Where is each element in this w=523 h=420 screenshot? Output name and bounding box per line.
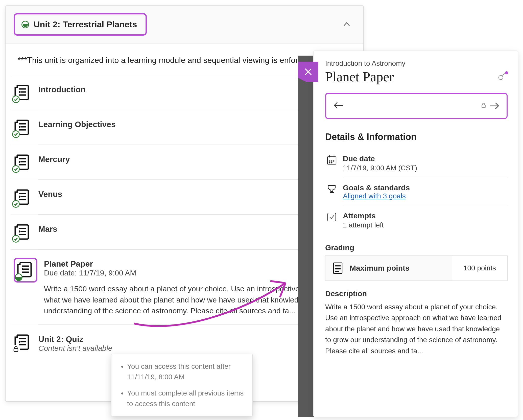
- attempts-label: Attempts: [343, 212, 384, 220]
- lock-icon: [481, 103, 486, 109]
- course-name: Introduction to Astronomy: [325, 59, 508, 67]
- unit-header[interactable]: Unit 2: Terrestrial Planets: [6, 6, 363, 43]
- document-icon: [14, 153, 32, 171]
- annotation-arrow-icon: [131, 275, 296, 331]
- checkbox-icon: [326, 212, 337, 223]
- attempts-value: 1 attempt left: [343, 221, 384, 229]
- due-date-row: Due date 11/7/19, 9:00 AM (CST): [326, 149, 508, 178]
- close-drawer-button[interactable]: [298, 62, 318, 82]
- details-heading: Details & Information: [325, 132, 508, 142]
- document-icon: [14, 223, 32, 241]
- unit-header-highlight: Unit 2: Terrestrial Planets: [14, 13, 147, 36]
- selected-item-highlight: [14, 258, 37, 283]
- goals-link[interactable]: Aligned with 3 goals: [343, 192, 406, 200]
- document-icon: [16, 275, 35, 279]
- due-date-value: 11/7/19, 9:00 AM (CST): [343, 164, 417, 172]
- progress-half-icon: [15, 273, 22, 281]
- content-nav: [325, 93, 508, 119]
- progress-half-icon: [21, 21, 29, 28]
- page-icon: [331, 262, 344, 274]
- tooltip-line: You must complete all previous items to …: [127, 388, 245, 409]
- virtual-assistant-icon[interactable]: [497, 72, 508, 82]
- complete-check-icon: [12, 235, 20, 243]
- detail-drawer: Introduction to Astronomy Planet Paper D…: [298, 51, 518, 417]
- goals-label: Goals & standards: [343, 183, 410, 192]
- locked-content-tooltip: You can access this content after 11/11/…: [111, 354, 253, 416]
- notification-dot-icon: [505, 71, 508, 74]
- attempts-row: Attempts 1 attempt left: [326, 206, 508, 235]
- document-icon: [14, 188, 32, 206]
- prev-item-button[interactable]: [333, 100, 344, 112]
- max-points-label: Maximum points: [350, 264, 410, 272]
- grading-heading: Grading: [325, 243, 508, 252]
- complete-check-icon: [12, 165, 20, 173]
- description-heading: Description: [325, 289, 508, 298]
- document-icon: [14, 333, 32, 351]
- document-icon: [14, 118, 32, 136]
- max-points-value: 100 points: [452, 256, 507, 281]
- due-date-label: Due date: [343, 154, 417, 163]
- grading-box: Maximum points 100 points: [325, 255, 508, 281]
- locked-icon: [12, 345, 20, 353]
- assignment-title: Planet Paper: [325, 69, 394, 85]
- complete-check-icon: [12, 200, 20, 208]
- document-icon: [14, 83, 32, 102]
- tooltip-line: You can access this content after 11/11/…: [127, 361, 245, 382]
- description-text: Write a 1500 word essay about a planet o…: [325, 301, 508, 356]
- complete-check-icon: [12, 130, 20, 138]
- complete-check-icon: [12, 96, 20, 103]
- goals-row: Goals & standards Aligned with 3 goals: [326, 178, 508, 206]
- calendar-icon: [326, 154, 337, 166]
- trophy-icon: [326, 183, 337, 195]
- unit-title: Unit 2: Terrestrial Planets: [34, 19, 137, 29]
- next-item-button[interactable]: [481, 101, 500, 111]
- collapse-chevron-icon[interactable]: [342, 19, 352, 30]
- assignment-detail-panel: Introduction to Astronomy Planet Paper D…: [313, 51, 518, 417]
